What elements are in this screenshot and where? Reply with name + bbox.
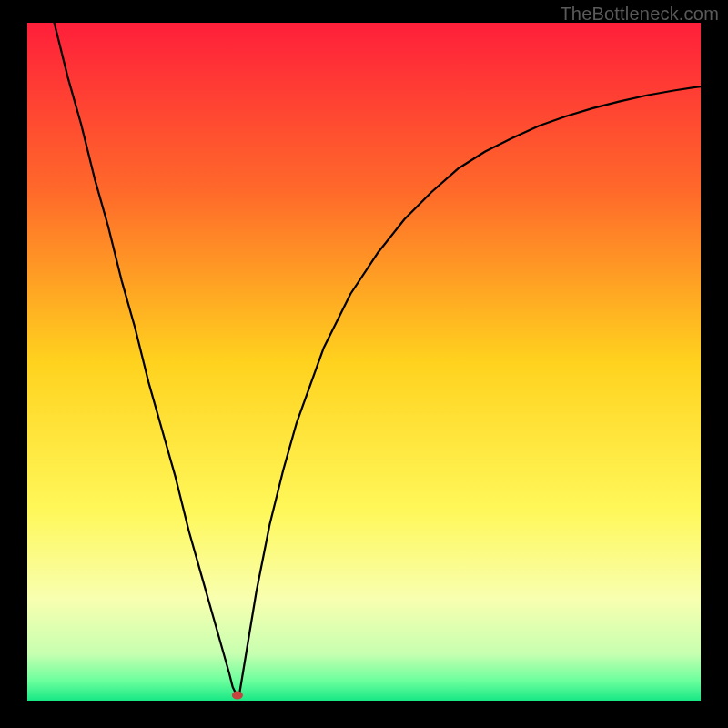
plot-background: [27, 23, 701, 701]
chart-frame: TheBottleneck.com: [0, 0, 728, 728]
optimum-marker: [232, 692, 243, 700]
watermark-label: TheBottleneck.com: [560, 4, 719, 25]
bottleneck-chart: [27, 23, 701, 701]
